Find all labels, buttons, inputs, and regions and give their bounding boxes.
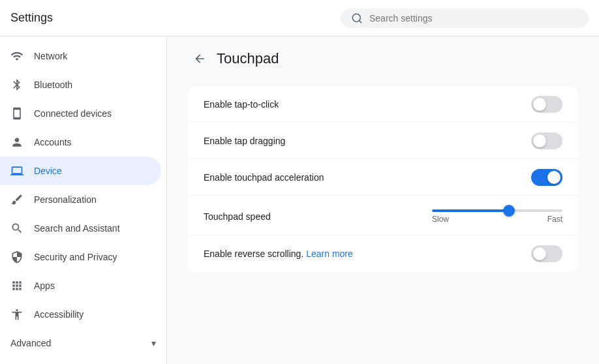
touchpad-acceleration-toggle[interactable] (531, 169, 562, 186)
sidebar-item-bluetooth-label: Bluetooth (34, 80, 151, 90)
slider-row-top: Touchpad speed Slow Fast (204, 201, 562, 232)
sidebar-item-network-label: Network (34, 51, 151, 61)
setting-row-touchpad-acceleration: Enable touchpad acceleration (188, 159, 578, 196)
slider-container: Slow Fast (432, 209, 562, 224)
shield-icon (10, 250, 23, 264)
sidebar-item-personalization-label: Personalization (34, 194, 151, 205)
search-assistant-icon (10, 222, 23, 235)
sidebar-advanced-label: Advanced (10, 338, 141, 348)
tap-to-click-label: Enable tap-to-click (204, 99, 531, 110)
settings-card: Enable tap-to-click Enable tap dragging … (188, 86, 578, 272)
content-inner: Touchpad Enable tap-to-click Enable tap … (167, 37, 599, 282)
sidebar-item-accessibility[interactable]: Accessibility (0, 300, 161, 329)
sidebar-item-apps-label: Apps (34, 281, 151, 291)
sidebar-item-device[interactable]: Device (0, 157, 161, 185)
sidebar-item-security-privacy-label: Security and Privacy (34, 252, 151, 262)
devices-icon (10, 107, 23, 120)
sidebar-item-connected-devices-label: Connected devices (34, 108, 151, 119)
search-bar[interactable] (341, 8, 589, 28)
svg-line-1 (359, 20, 361, 22)
sidebar-item-security-privacy[interactable]: Security and Privacy (0, 243, 161, 271)
setting-row-reverse-scrolling: Enable reverse scrolling. Learn more (188, 235, 578, 272)
search-icon (351, 12, 363, 24)
slider-labels: Slow Fast (432, 215, 562, 224)
sidebar-item-accounts-label: Accounts (34, 137, 151, 147)
reverse-scrolling-toggle[interactable] (531, 245, 562, 262)
page-header: Touchpad (188, 47, 578, 70)
page-title: Touchpad (217, 50, 279, 67)
laptop-icon (10, 164, 23, 177)
tap-to-click-thumb (533, 98, 546, 111)
sidebar-item-accessibility-label: Accessibility (34, 309, 151, 320)
sidebar-item-accounts[interactable]: Accounts (0, 128, 161, 157)
sidebar-item-connected-devices[interactable]: Connected devices (0, 99, 161, 128)
slider-fast-label: Fast (547, 215, 562, 224)
tap-to-click-toggle[interactable] (531, 96, 562, 113)
sidebar-item-device-label: Device (34, 166, 151, 176)
back-button[interactable] (188, 47, 211, 70)
brush-icon (10, 193, 23, 206)
setting-row-tap-to-click: Enable tap-to-click (188, 86, 578, 123)
sidebar: Network Bluetooth Connected devices (0, 37, 167, 364)
apps-icon (10, 279, 23, 292)
reverse-scrolling-text: Enable reverse scrolling. (204, 249, 303, 259)
wifi-icon (10, 50, 23, 63)
touchpad-acceleration-label: Enable touchpad acceleration (204, 172, 531, 183)
setting-row-tap-dragging: Enable tap dragging (188, 123, 578, 159)
touchpad-acceleration-thumb (547, 171, 561, 184)
sidebar-item-personalization[interactable]: Personalization (0, 185, 161, 214)
touchpad-speed-slider[interactable] (432, 209, 562, 212)
chevron-down-icon: ▾ (151, 338, 156, 348)
reverse-scrolling-label: Enable reverse scrolling. Learn more (204, 249, 531, 259)
sidebar-item-bluetooth[interactable]: Bluetooth (0, 70, 161, 99)
learn-more-link[interactable]: Learn more (306, 249, 353, 259)
person-icon (10, 136, 23, 149)
setting-row-touchpad-speed: Touchpad speed Slow Fast (188, 196, 578, 235)
accessibility-icon (10, 308, 23, 321)
main-layout: Network Bluetooth Connected devices (0, 37, 599, 364)
touchpad-speed-label: Touchpad speed (204, 211, 432, 222)
reverse-scrolling-thumb (533, 247, 546, 260)
app-title: Settings (10, 11, 53, 25)
bluetooth-icon (10, 78, 23, 91)
sidebar-item-search-assistant-label: Search and Assistant (34, 223, 151, 234)
tap-dragging-thumb (533, 134, 546, 147)
sidebar-item-apps[interactable]: Apps (0, 271, 161, 300)
sidebar-item-advanced[interactable]: Advanced ▾ (0, 329, 166, 357)
sidebar-item-network[interactable]: Network (0, 42, 161, 70)
tap-dragging-label: Enable tap dragging (204, 136, 531, 146)
app-header: Settings (0, 0, 599, 37)
content-area: Touchpad Enable tap-to-click Enable tap … (167, 37, 599, 364)
search-input[interactable] (369, 13, 578, 23)
tap-dragging-toggle[interactable] (531, 132, 562, 149)
slider-slow-label: Slow (432, 215, 449, 224)
sidebar-item-search-assistant[interactable]: Search and Assistant (0, 214, 161, 243)
